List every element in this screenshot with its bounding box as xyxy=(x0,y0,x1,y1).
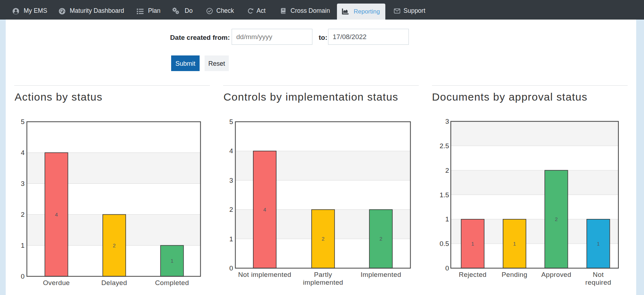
svg-text:2: 2 xyxy=(445,167,449,174)
svg-text:1: 1 xyxy=(471,241,474,247)
svg-text:2: 2 xyxy=(113,243,116,248)
svg-text:4: 4 xyxy=(263,207,266,213)
svg-text:implemented: implemented xyxy=(303,279,343,286)
svg-text:Implemented: Implemented xyxy=(360,271,401,278)
svg-text:Completed: Completed xyxy=(155,279,189,286)
svg-text:4: 4 xyxy=(21,149,25,156)
svg-text:0: 0 xyxy=(21,273,25,280)
svg-text:Overdue: Overdue xyxy=(43,279,70,286)
svg-text:Not: Not xyxy=(593,271,604,278)
svg-text:3: 3 xyxy=(445,118,449,125)
svg-text:Partly: Partly xyxy=(314,271,332,278)
svg-text:0: 0 xyxy=(229,264,233,272)
svg-text:5: 5 xyxy=(21,118,25,125)
svg-text:2: 2 xyxy=(21,211,25,218)
svg-text:1: 1 xyxy=(513,241,516,247)
svg-text:4: 4 xyxy=(55,212,58,218)
svg-text:required: required xyxy=(585,279,611,286)
svg-text:4: 4 xyxy=(229,147,233,155)
svg-text:Not implemented: Not implemented xyxy=(238,271,291,278)
svg-text:Rejected: Rejected xyxy=(459,271,486,278)
svg-text:3: 3 xyxy=(21,180,25,187)
svg-text:1: 1 xyxy=(597,241,600,247)
svg-text:2: 2 xyxy=(379,236,382,242)
svg-text:Approved: Approved xyxy=(541,271,571,278)
svg-text:1: 1 xyxy=(21,242,25,249)
svg-text:2: 2 xyxy=(555,216,558,222)
svg-text:2.5: 2.5 xyxy=(440,142,449,150)
svg-text:2: 2 xyxy=(229,206,233,213)
svg-text:Pending: Pending xyxy=(502,271,528,278)
svg-text:1.5: 1.5 xyxy=(440,191,449,199)
svg-text:0.5: 0.5 xyxy=(440,240,449,247)
svg-text:1: 1 xyxy=(229,235,233,243)
svg-text:Delayed: Delayed xyxy=(101,279,127,286)
svg-text:1: 1 xyxy=(445,215,449,223)
svg-text:1: 1 xyxy=(170,258,173,264)
svg-text:0: 0 xyxy=(445,264,449,272)
svg-text:2: 2 xyxy=(322,236,324,242)
svg-text:5: 5 xyxy=(229,118,233,125)
svg-text:3: 3 xyxy=(229,177,233,184)
